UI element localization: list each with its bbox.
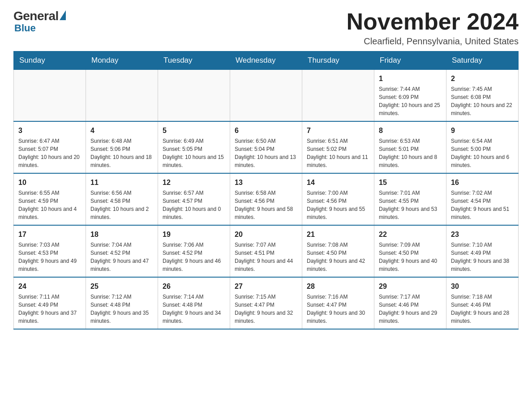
day-of-week-header: Tuesday — [158, 51, 230, 70]
day-of-week-header: Thursday — [302, 51, 374, 70]
day-info: Sunrise: 7:16 AMSunset: 4:47 PMDaylight:… — [307, 293, 369, 325]
calendar-table: SundayMondayTuesdayWednesdayThursdayFrid… — [13, 51, 519, 330]
month-year-title: November 2024 — [347, 9, 519, 34]
day-info: Sunrise: 7:10 AMSunset: 4:49 PMDaylight:… — [451, 241, 514, 273]
day-info: Sunrise: 6:55 AMSunset: 4:59 PMDaylight:… — [18, 189, 81, 221]
calendar-day-cell — [14, 70, 86, 122]
day-number: 2 — [451, 73, 514, 84]
calendar-day-cell: 22Sunrise: 7:09 AMSunset: 4:50 PMDayligh… — [374, 225, 446, 277]
day-number: 12 — [163, 177, 225, 188]
calendar-body: 1Sunrise: 7:44 AMSunset: 6:09 PMDaylight… — [14, 70, 519, 330]
day-number: 7 — [307, 125, 369, 136]
day-info: Sunrise: 7:03 AMSunset: 4:53 PMDaylight:… — [18, 241, 81, 273]
calendar-day-cell: 10Sunrise: 6:55 AMSunset: 4:59 PMDayligh… — [14, 173, 86, 225]
calendar-day-cell — [86, 70, 158, 122]
logo-blue-text: Blue — [14, 22, 36, 34]
day-number: 9 — [451, 125, 514, 136]
calendar-day-cell: 17Sunrise: 7:03 AMSunset: 4:53 PMDayligh… — [14, 225, 86, 277]
calendar-day-cell: 2Sunrise: 7:45 AMSunset: 6:08 PMDaylight… — [446, 70, 519, 122]
calendar-header: SundayMondayTuesdayWednesdayThursdayFrid… — [14, 51, 519, 70]
day-number: 6 — [235, 125, 297, 136]
day-number: 20 — [235, 229, 297, 240]
calendar-day-cell: 29Sunrise: 7:17 AMSunset: 4:46 PMDayligh… — [374, 277, 446, 329]
day-number: 3 — [18, 125, 81, 136]
day-info: Sunrise: 6:56 AMSunset: 4:58 PMDaylight:… — [90, 189, 153, 221]
day-number: 10 — [18, 177, 81, 188]
day-of-week-header: Saturday — [446, 51, 519, 70]
day-number: 21 — [307, 229, 369, 240]
day-number: 11 — [90, 177, 153, 188]
day-number: 29 — [379, 281, 442, 292]
calendar-day-cell: 26Sunrise: 7:14 AMSunset: 4:48 PMDayligh… — [158, 277, 230, 329]
day-info: Sunrise: 7:45 AMSunset: 6:08 PMDaylight:… — [451, 85, 514, 117]
day-info: Sunrise: 6:53 AMSunset: 5:01 PMDaylight:… — [379, 137, 442, 169]
calendar-day-cell: 13Sunrise: 6:58 AMSunset: 4:56 PMDayligh… — [230, 173, 302, 225]
calendar-day-cell: 1Sunrise: 7:44 AMSunset: 6:09 PMDaylight… — [374, 70, 446, 122]
day-number: 19 — [163, 229, 225, 240]
day-info: Sunrise: 7:17 AMSunset: 4:46 PMDaylight:… — [379, 293, 442, 325]
calendar-day-cell: 6Sunrise: 6:50 AMSunset: 5:04 PMDaylight… — [230, 121, 302, 173]
calendar-day-cell: 30Sunrise: 7:18 AMSunset: 4:46 PMDayligh… — [446, 277, 519, 329]
day-info: Sunrise: 7:02 AMSunset: 4:54 PMDaylight:… — [451, 189, 514, 221]
calendar-day-cell: 19Sunrise: 7:06 AMSunset: 4:52 PMDayligh… — [158, 225, 230, 277]
calendar-day-cell: 5Sunrise: 6:49 AMSunset: 5:05 PMDaylight… — [158, 121, 230, 173]
calendar-day-cell: 4Sunrise: 6:48 AMSunset: 5:06 PMDaylight… — [86, 121, 158, 173]
day-info: Sunrise: 7:14 AMSunset: 4:48 PMDaylight:… — [163, 293, 225, 325]
calendar-day-cell: 15Sunrise: 7:01 AMSunset: 4:55 PMDayligh… — [374, 173, 446, 225]
day-number: 15 — [379, 177, 442, 188]
day-number: 18 — [90, 229, 153, 240]
day-info: Sunrise: 7:01 AMSunset: 4:55 PMDaylight:… — [379, 189, 442, 221]
calendar-day-cell — [302, 70, 374, 122]
day-info: Sunrise: 7:07 AMSunset: 4:51 PMDaylight:… — [235, 241, 297, 273]
day-number: 17 — [18, 229, 81, 240]
calendar-day-cell: 28Sunrise: 7:16 AMSunset: 4:47 PMDayligh… — [302, 277, 374, 329]
day-number: 25 — [90, 281, 153, 292]
day-info: Sunrise: 7:00 AMSunset: 4:56 PMDaylight:… — [307, 189, 369, 221]
day-of-week-header: Friday — [374, 51, 446, 70]
day-info: Sunrise: 6:58 AMSunset: 4:56 PMDaylight:… — [235, 189, 297, 221]
calendar-day-cell — [230, 70, 302, 122]
calendar-day-cell: 27Sunrise: 7:15 AMSunset: 4:47 PMDayligh… — [230, 277, 302, 329]
day-info: Sunrise: 7:11 AMSunset: 4:49 PMDaylight:… — [18, 293, 81, 325]
day-info: Sunrise: 7:09 AMSunset: 4:50 PMDaylight:… — [379, 241, 442, 273]
day-number: 13 — [235, 177, 297, 188]
day-info: Sunrise: 6:51 AMSunset: 5:02 PMDaylight:… — [307, 137, 369, 169]
day-number: 23 — [451, 229, 514, 240]
day-number: 24 — [18, 281, 81, 292]
day-info: Sunrise: 7:15 AMSunset: 4:47 PMDaylight:… — [235, 293, 297, 325]
calendar-day-cell: 3Sunrise: 6:47 AMSunset: 5:07 PMDaylight… — [14, 121, 86, 173]
logo: General Blue — [13, 9, 66, 34]
calendar-day-cell: 25Sunrise: 7:12 AMSunset: 4:48 PMDayligh… — [86, 277, 158, 329]
calendar-day-cell: 11Sunrise: 6:56 AMSunset: 4:58 PMDayligh… — [86, 173, 158, 225]
calendar-day-cell: 21Sunrise: 7:08 AMSunset: 4:50 PMDayligh… — [302, 225, 374, 277]
logo-general-text: General — [13, 9, 59, 23]
day-of-week-header: Sunday — [14, 51, 86, 70]
calendar-week-row: 24Sunrise: 7:11 AMSunset: 4:49 PMDayligh… — [14, 277, 519, 329]
day-number: 16 — [451, 177, 514, 188]
calendar-day-cell: 7Sunrise: 6:51 AMSunset: 5:02 PMDaylight… — [302, 121, 374, 173]
day-of-week-header: Monday — [86, 51, 158, 70]
day-number: 5 — [163, 125, 225, 136]
calendar-week-row: 3Sunrise: 6:47 AMSunset: 5:07 PMDaylight… — [14, 121, 519, 173]
day-number: 30 — [451, 281, 514, 292]
calendar-week-row: 17Sunrise: 7:03 AMSunset: 4:53 PMDayligh… — [14, 225, 519, 277]
day-number: 4 — [90, 125, 153, 136]
calendar-day-cell: 24Sunrise: 7:11 AMSunset: 4:49 PMDayligh… — [14, 277, 86, 329]
day-info: Sunrise: 7:06 AMSunset: 4:52 PMDaylight:… — [163, 241, 225, 273]
calendar-day-cell: 8Sunrise: 6:53 AMSunset: 5:01 PMDaylight… — [374, 121, 446, 173]
day-number: 8 — [379, 125, 442, 136]
calendar-day-cell: 18Sunrise: 7:04 AMSunset: 4:52 PMDayligh… — [86, 225, 158, 277]
days-of-week-row: SundayMondayTuesdayWednesdayThursdayFrid… — [14, 51, 519, 70]
calendar-week-row: 10Sunrise: 6:55 AMSunset: 4:59 PMDayligh… — [14, 173, 519, 225]
day-info: Sunrise: 7:44 AMSunset: 6:09 PMDaylight:… — [379, 85, 442, 117]
day-info: Sunrise: 6:47 AMSunset: 5:07 PMDaylight:… — [18, 137, 81, 169]
logo-triangle-icon — [60, 10, 66, 20]
day-info: Sunrise: 7:18 AMSunset: 4:46 PMDaylight:… — [451, 293, 514, 325]
day-info: Sunrise: 7:04 AMSunset: 4:52 PMDaylight:… — [90, 241, 153, 273]
page-header: General Blue November 2024 Clearfield, P… — [13, 9, 519, 47]
day-number: 14 — [307, 177, 369, 188]
day-info: Sunrise: 7:08 AMSunset: 4:50 PMDaylight:… — [307, 241, 369, 273]
day-info: Sunrise: 6:57 AMSunset: 4:57 PMDaylight:… — [163, 189, 225, 221]
calendar-day-cell: 20Sunrise: 7:07 AMSunset: 4:51 PMDayligh… — [230, 225, 302, 277]
day-info: Sunrise: 6:50 AMSunset: 5:04 PMDaylight:… — [235, 137, 297, 169]
